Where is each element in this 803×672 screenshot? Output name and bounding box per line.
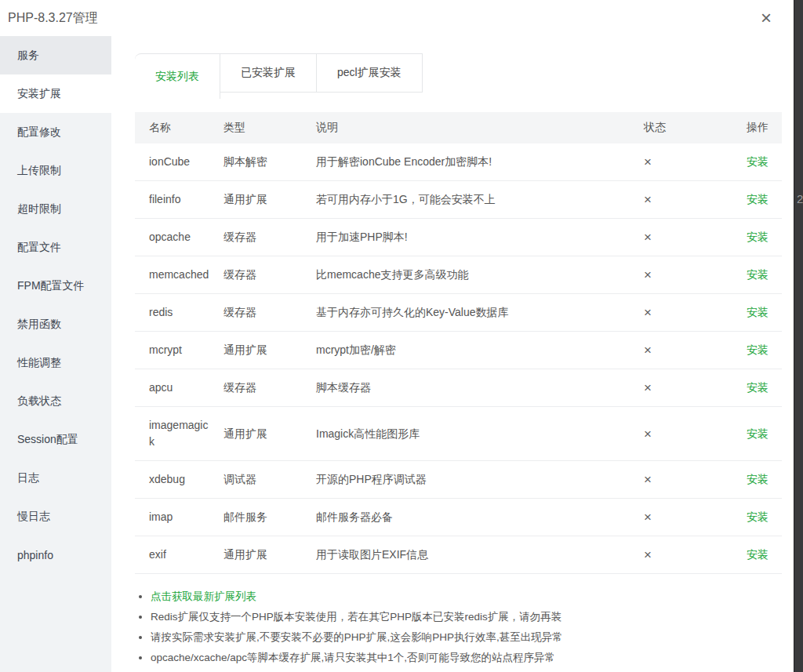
install-link[interactable]: 安装 xyxy=(747,381,768,394)
extension-name: mcrypt xyxy=(135,332,223,369)
extension-desc: 比memcache支持更多高级功能 xyxy=(316,256,644,294)
status-x-icon: × xyxy=(644,294,722,332)
notes-list: 点击获取最新扩展列表 Redis扩展仅支持一个PHP版本安装使用，若在其它PHP… xyxy=(135,587,782,668)
table-row: imap 邮件服务 邮件服务器必备 × 安装 xyxy=(135,499,782,536)
install-link[interactable]: 安装 xyxy=(747,427,768,440)
sidebar-item[interactable]: 安装扩展 xyxy=(0,74,111,113)
close-icon[interactable]: × xyxy=(761,9,772,27)
sidebar-item[interactable]: 禁用函数 xyxy=(0,305,111,343)
install-link[interactable]: 安装 xyxy=(747,155,768,168)
extension-name: apcu xyxy=(135,369,223,407)
extension-name: imap xyxy=(135,499,223,536)
extension-type: 缓存器 xyxy=(223,256,316,294)
background-text-fragment: 2 xyxy=(797,192,803,205)
sidebar-item[interactable]: 上传限制 xyxy=(0,151,111,190)
extension-type: 通用扩展 xyxy=(223,536,316,574)
dialog-body: 服务 安装扩展 配置修改 上传限制 超时限制 配置文件 FPM配置文件 禁用函数… xyxy=(0,36,794,672)
extension-desc: 若可用内存小于1G，可能会安装不上 xyxy=(316,181,644,219)
extension-desc: 基于内存亦可持久化的Key-Value数据库 xyxy=(316,294,644,332)
sidebar-item[interactable]: 性能调整 xyxy=(0,343,111,382)
table-row: imagemagick 通用扩展 Imagick高性能图形库 × 安装 xyxy=(135,407,782,461)
status-x-icon: × xyxy=(644,461,722,499)
status-x-icon: × xyxy=(644,256,722,294)
table-row: memcached 缓存器 比memcache支持更多高级功能 × 安装 xyxy=(135,256,782,294)
note-text: opcache/xcache/apc等脚本缓存扩展,请只安装其中1个,否则可能导… xyxy=(151,652,555,663)
status-x-icon: × xyxy=(644,219,722,256)
extension-type: 邮件服务 xyxy=(223,499,316,536)
extension-desc: 开源的PHP程序调试器 xyxy=(316,461,644,499)
extension-name: ionCube xyxy=(135,143,223,181)
table-row: xdebug 调试器 开源的PHP程序调试器 × 安装 xyxy=(135,461,782,499)
sidebar-item[interactable]: 日志 xyxy=(0,459,111,497)
extension-type: 缓存器 xyxy=(223,219,316,256)
note-item: 请按实际需求安装扩展,不要安装不必要的PHP扩展,这会影响PHP执行效率,甚至出… xyxy=(151,627,782,648)
install-link[interactable]: 安装 xyxy=(747,510,768,523)
extension-name: exif xyxy=(135,536,223,574)
extension-type: 通用扩展 xyxy=(223,407,316,461)
sidebar-item[interactable]: 慢日志 xyxy=(0,497,111,536)
extension-type: 脚本解密 xyxy=(223,143,316,181)
column-header-status: 状态 xyxy=(644,112,722,143)
note-item: Redis扩展仅支持一个PHP版本安装使用，若在其它PHP版本已安装redis扩… xyxy=(151,607,782,627)
sidebar-item[interactable]: 配置文件 xyxy=(0,228,111,267)
note-text: Redis扩展仅支持一个PHP版本安装使用，若在其它PHP版本已安装redis扩… xyxy=(151,611,561,623)
note-item: opcache/xcache/apc等脚本缓存扩展,请只安装其中1个,否则可能导… xyxy=(151,648,782,668)
tab[interactable]: 安装列表 xyxy=(135,53,220,99)
column-header-name: 名称 xyxy=(135,112,223,143)
background-overlay: 2 xyxy=(794,0,803,672)
extension-type: 缓存器 xyxy=(223,294,316,332)
table-header-row: 名称 类型 说明 状态 操作 xyxy=(135,112,782,143)
table-row: mcrypt 通用扩展 mcrypt加密/解密 × 安装 xyxy=(135,332,782,369)
dialog-title: PHP-8.3.27管理 xyxy=(8,10,98,27)
install-link[interactable]: 安装 xyxy=(747,548,768,561)
table-row: redis 缓存器 基于内存亦可持久化的Key-Value数据库 × 安装 xyxy=(135,294,782,332)
main-panel: 安装列表 已安装扩展 pecl扩展安装 名称 类型 说明 状态 操作 xyxy=(111,36,794,672)
install-link[interactable]: 安装 xyxy=(747,343,768,356)
sidebar: 服务 安装扩展 配置修改 上传限制 超时限制 配置文件 FPM配置文件 禁用函数… xyxy=(0,36,111,672)
status-x-icon: × xyxy=(644,499,722,536)
install-link[interactable]: 安装 xyxy=(747,306,768,318)
install-link[interactable]: 安装 xyxy=(747,231,768,243)
extension-desc: mcrypt加密/解密 xyxy=(316,332,644,369)
extension-name: xdebug xyxy=(135,461,223,499)
extension-desc: 用于解密ionCube Encoder加密脚本! xyxy=(316,143,644,181)
table-row: apcu 缓存器 脚本缓存器 × 安装 xyxy=(135,369,782,407)
tab-bar: 安装列表 已安装扩展 pecl扩展安装 xyxy=(135,53,782,99)
status-x-icon: × xyxy=(644,536,722,574)
install-link[interactable]: 安装 xyxy=(747,473,768,485)
sidebar-item[interactable]: phpinfo xyxy=(0,536,111,574)
sidebar-item[interactable]: 负载状态 xyxy=(0,382,111,420)
extension-desc: 邮件服务器必备 xyxy=(316,499,644,536)
sidebar-item[interactable]: FPM配置文件 xyxy=(0,267,111,305)
note-text[interactable]: 点击获取最新扩展列表 xyxy=(151,590,256,602)
extension-desc: 用于加速PHP脚本! xyxy=(316,219,644,256)
note-text: 请按实际需求安装扩展,不要安装不必要的PHP扩展,这会影响PHP执行效率,甚至出… xyxy=(151,631,563,643)
table-row: exif 通用扩展 用于读取图片EXIF信息 × 安装 xyxy=(135,536,782,574)
install-link[interactable]: 安装 xyxy=(747,268,768,281)
column-header-action: 操作 xyxy=(722,112,782,143)
install-link[interactable]: 安装 xyxy=(747,193,768,205)
extension-type: 通用扩展 xyxy=(223,181,316,219)
tab[interactable]: pecl扩展安装 xyxy=(317,53,423,93)
extension-type: 通用扩展 xyxy=(223,332,316,369)
extension-desc: 用于读取图片EXIF信息 xyxy=(316,536,644,574)
extension-desc: Imagick高性能图形库 xyxy=(316,407,644,461)
extension-name: fileinfo xyxy=(135,181,223,219)
note-item: 点击获取最新扩展列表 xyxy=(151,587,782,607)
status-x-icon: × xyxy=(644,143,722,181)
sidebar-item[interactable]: 超时限制 xyxy=(0,190,111,228)
column-header-desc: 说明 xyxy=(316,112,644,143)
sidebar-item[interactable]: 配置修改 xyxy=(0,113,111,151)
table-row: opcache 缓存器 用于加速PHP脚本! × 安装 xyxy=(135,219,782,256)
sidebar-item[interactable]: Session配置 xyxy=(0,420,111,459)
extension-name: opcache xyxy=(135,219,223,256)
table-row: ionCube 脚本解密 用于解密ionCube Encoder加密脚本! × … xyxy=(135,143,782,181)
status-x-icon: × xyxy=(644,369,722,407)
status-x-icon: × xyxy=(644,181,722,219)
extension-type: 缓存器 xyxy=(223,369,316,407)
sidebar-item[interactable]: 服务 xyxy=(0,36,111,74)
column-header-type: 类型 xyxy=(223,112,316,143)
tab[interactable]: 已安装扩展 xyxy=(220,53,317,93)
extension-name: redis xyxy=(135,294,223,332)
extension-name: memcached xyxy=(135,256,223,294)
